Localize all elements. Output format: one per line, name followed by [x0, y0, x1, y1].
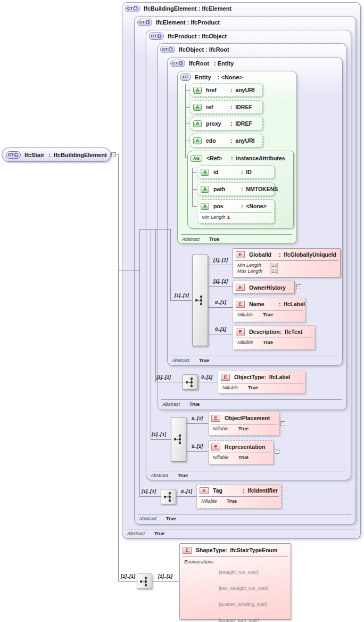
- connector-line: [185, 84, 186, 158]
- element-header: E OwnerHistory: [233, 281, 294, 293]
- complextype-icon: CT: [180, 73, 191, 81]
- cardinality-label: [1]..[1]: [213, 257, 228, 263]
- expand-button-ownerhistory[interactable]: +: [296, 284, 301, 289]
- collapse-glyph: −: [112, 152, 115, 157]
- header-ifcelement: CT IfcElement : IfcProduct: [137, 18, 220, 26]
- sequence-icon: [192, 255, 208, 346]
- cardinality-label: 0..[1]: [192, 444, 203, 449]
- connector-line: [118, 154, 119, 582]
- element-icon: E: [236, 301, 245, 308]
- connector-line: [186, 423, 208, 424]
- attribute-path: A path : NMTOKENS: [197, 182, 275, 196]
- attribute-icon: A: [201, 186, 209, 193]
- element-name: E Name : IfcLabel Nillable True: [233, 298, 305, 322]
- box-title: IfcRoot : Entity: [189, 60, 234, 67]
- e-icon-label: E: [185, 547, 188, 553]
- element-objectplacement: E ObjectPlacement Nillable True: [208, 412, 279, 436]
- nillable-label: Nillable: [237, 312, 263, 317]
- connector-line: [208, 286, 233, 287]
- connector-line: [192, 172, 197, 173]
- element-ownerhistory: E OwnerHistory: [233, 281, 295, 294]
- nillable-row: Nillable True: [213, 426, 279, 431]
- footer-rule: [138, 514, 351, 514]
- footer-rule: [171, 356, 338, 356]
- connector-line: [185, 124, 189, 124]
- attribute-type: : ID: [241, 169, 252, 175]
- root-name: IfcStair: [24, 152, 44, 158]
- attribute-edo: A edo : anyURI: [189, 134, 263, 148]
- connector-line: [198, 382, 218, 382]
- nillable-label: Nillable: [222, 385, 248, 390]
- complextype-icon: CT: [125, 5, 140, 12]
- cardinality-label: [1]..[1]: [156, 374, 171, 380]
- abstract-footer-entity: Abstract True: [182, 236, 219, 242]
- attribute-icon: A: [193, 137, 202, 144]
- nillable-row: Nillable True: [222, 385, 305, 390]
- abstract-footer-ifcbuildingelement: Abstract True: [127, 531, 164, 536]
- element-header: E ObjectPlacement: [209, 412, 279, 424]
- element-header: E Description : IfcText: [233, 326, 315, 338]
- box-title: IfcBuildingElement : IfcElement: [144, 5, 231, 12]
- abstract-value: True: [209, 236, 219, 242]
- nillable-row: Nillable True: [237, 312, 305, 317]
- a-icon-label: A: [203, 169, 206, 175]
- sequence-icon: [161, 489, 176, 504]
- element-tag: E Tag : IfcIdentifier Nillable True: [196, 484, 282, 509]
- cardinality-label: [1]..[1]: [213, 279, 228, 284]
- abstract-value: True: [178, 473, 188, 478]
- cardinality-label: [1]..[1]: [142, 489, 156, 494]
- abstract-label: Abstract: [139, 516, 156, 521]
- attribute-name: href: [206, 87, 230, 93]
- attribute-type: : IDREF: [230, 120, 252, 127]
- ct-icon-label: CT: [127, 6, 133, 11]
- connector-line: [139, 229, 170, 230]
- cardinality-label: 0..[1]: [215, 300, 226, 305]
- facet-label: Min Length: [202, 215, 227, 220]
- collapse-button-ifcstair[interactable]: −: [111, 152, 116, 157]
- box-title: IfcObject : IfcRoot: [179, 46, 229, 53]
- plus-circle-icon: [145, 20, 150, 24]
- connector-line: [208, 307, 233, 308]
- element-icon: E: [211, 415, 220, 422]
- complextype-icon: CT: [149, 32, 164, 40]
- abstract-value: True: [199, 358, 209, 363]
- divider: [199, 496, 279, 497]
- connector-line: [118, 271, 139, 271]
- attribute-type: : NMTOKENS: [241, 186, 278, 192]
- element-globalid: E GlobalId : IfcGloballyUniqueId Min Len…: [233, 248, 341, 277]
- nillable-row: Nillable True: [201, 498, 281, 504]
- abstract-value: True: [154, 531, 164, 536]
- nillable-value: True: [227, 498, 237, 504]
- connector-line: [192, 168, 193, 206]
- attribute-ref: A ref : IDREF: [189, 100, 263, 114]
- element-header: E Representation: [209, 441, 273, 453]
- element-name: Name: [249, 301, 279, 307]
- nillable-value: True: [248, 385, 258, 390]
- divider: [235, 260, 338, 261]
- cardinality-label: 0..[1]: [215, 326, 226, 332]
- abstract-label: Abstract: [162, 402, 180, 407]
- connector-line: [185, 141, 189, 141]
- cardinality-label: 0..[1]: [181, 489, 192, 494]
- a-icon-label: A: [196, 87, 199, 93]
- abstract-label: Abstract: [182, 236, 200, 242]
- connector-line: [176, 496, 196, 497]
- abstract-footer-ifcelement: Abstract True: [139, 516, 176, 521]
- expand-glyph: +: [297, 284, 300, 289]
- element-name: Tag: [213, 487, 243, 494]
- expand-glyph: +: [276, 448, 278, 454]
- attribute-type: : anyURI: [230, 87, 255, 93]
- element-type: : IfcLabel: [279, 301, 305, 307]
- connector-line: [152, 581, 179, 582]
- connector-line: [139, 229, 140, 497]
- header-ifcroot: CT IfcRoot : Entity: [170, 59, 234, 67]
- element-name: Representation: [225, 444, 265, 450]
- abstract-footer-ifcroot: Abstract True: [172, 358, 209, 363]
- nillable-value: True: [238, 455, 249, 460]
- element-icon: E: [200, 487, 209, 494]
- box-title: IfcProduct : IfcObject: [168, 33, 227, 39]
- expand-button-objectplacement[interactable]: +: [280, 421, 285, 426]
- expand-button-representation[interactable]: +: [275, 449, 279, 454]
- nillable-label: Nillable: [237, 340, 263, 345]
- abstract-label: Abstract: [151, 473, 168, 478]
